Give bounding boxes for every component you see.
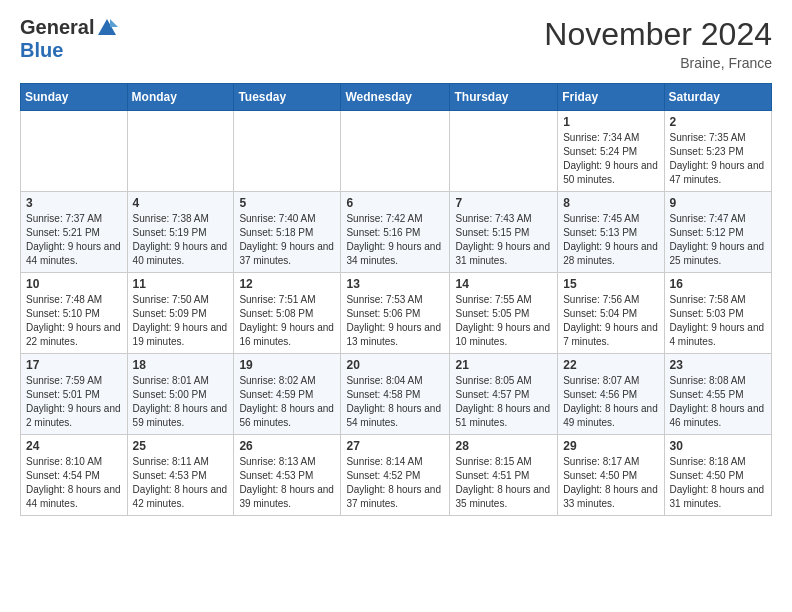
calendar-cell: 17Sunrise: 7:59 AM Sunset: 5:01 PM Dayli…	[21, 354, 128, 435]
day-number: 18	[133, 358, 229, 372]
day-info: Sunrise: 7:37 AM Sunset: 5:21 PM Dayligh…	[26, 212, 122, 268]
day-number: 28	[455, 439, 552, 453]
day-info: Sunrise: 7:45 AM Sunset: 5:13 PM Dayligh…	[563, 212, 658, 268]
day-number: 3	[26, 196, 122, 210]
title-block: November 2024 Braine, France	[544, 16, 772, 71]
day-info: Sunrise: 7:59 AM Sunset: 5:01 PM Dayligh…	[26, 374, 122, 430]
col-thursday: Thursday	[450, 84, 558, 111]
calendar-cell: 3Sunrise: 7:37 AM Sunset: 5:21 PM Daylig…	[21, 192, 128, 273]
day-number: 25	[133, 439, 229, 453]
day-info: Sunrise: 8:17 AM Sunset: 4:50 PM Dayligh…	[563, 455, 658, 511]
day-number: 26	[239, 439, 335, 453]
calendar-cell: 18Sunrise: 8:01 AM Sunset: 5:00 PM Dayli…	[127, 354, 234, 435]
calendar-cell: 4Sunrise: 7:38 AM Sunset: 5:19 PM Daylig…	[127, 192, 234, 273]
day-info: Sunrise: 7:48 AM Sunset: 5:10 PM Dayligh…	[26, 293, 122, 349]
calendar-cell: 20Sunrise: 8:04 AM Sunset: 4:58 PM Dayli…	[341, 354, 450, 435]
calendar-cell: 21Sunrise: 8:05 AM Sunset: 4:57 PM Dayli…	[450, 354, 558, 435]
col-monday: Monday	[127, 84, 234, 111]
day-number: 7	[455, 196, 552, 210]
calendar-cell: 7Sunrise: 7:43 AM Sunset: 5:15 PM Daylig…	[450, 192, 558, 273]
week-row-2: 3Sunrise: 7:37 AM Sunset: 5:21 PM Daylig…	[21, 192, 772, 273]
svg-marker-1	[110, 19, 118, 27]
header: General Blue November 2024 Braine, Franc…	[20, 16, 772, 71]
calendar-cell: 25Sunrise: 8:11 AM Sunset: 4:53 PM Dayli…	[127, 435, 234, 516]
calendar-cell: 14Sunrise: 7:55 AM Sunset: 5:05 PM Dayli…	[450, 273, 558, 354]
day-info: Sunrise: 7:53 AM Sunset: 5:06 PM Dayligh…	[346, 293, 444, 349]
day-info: Sunrise: 7:42 AM Sunset: 5:16 PM Dayligh…	[346, 212, 444, 268]
day-info: Sunrise: 7:35 AM Sunset: 5:23 PM Dayligh…	[670, 131, 766, 187]
calendar-cell: 12Sunrise: 7:51 AM Sunset: 5:08 PM Dayli…	[234, 273, 341, 354]
calendar: Sunday Monday Tuesday Wednesday Thursday…	[20, 83, 772, 516]
day-number: 27	[346, 439, 444, 453]
day-info: Sunrise: 8:18 AM Sunset: 4:50 PM Dayligh…	[670, 455, 766, 511]
day-number: 24	[26, 439, 122, 453]
day-info: Sunrise: 7:38 AM Sunset: 5:19 PM Dayligh…	[133, 212, 229, 268]
day-number: 4	[133, 196, 229, 210]
calendar-cell: 19Sunrise: 8:02 AM Sunset: 4:59 PM Dayli…	[234, 354, 341, 435]
day-number: 9	[670, 196, 766, 210]
day-number: 15	[563, 277, 658, 291]
day-number: 14	[455, 277, 552, 291]
week-row-1: 1Sunrise: 7:34 AM Sunset: 5:24 PM Daylig…	[21, 111, 772, 192]
day-info: Sunrise: 7:50 AM Sunset: 5:09 PM Dayligh…	[133, 293, 229, 349]
day-info: Sunrise: 8:05 AM Sunset: 4:57 PM Dayligh…	[455, 374, 552, 430]
col-saturday: Saturday	[664, 84, 771, 111]
day-info: Sunrise: 7:56 AM Sunset: 5:04 PM Dayligh…	[563, 293, 658, 349]
day-info: Sunrise: 8:15 AM Sunset: 4:51 PM Dayligh…	[455, 455, 552, 511]
calendar-body: 1Sunrise: 7:34 AM Sunset: 5:24 PM Daylig…	[21, 111, 772, 516]
calendar-cell: 15Sunrise: 7:56 AM Sunset: 5:04 PM Dayli…	[558, 273, 664, 354]
day-number: 5	[239, 196, 335, 210]
day-info: Sunrise: 8:04 AM Sunset: 4:58 PM Dayligh…	[346, 374, 444, 430]
day-number: 13	[346, 277, 444, 291]
month-title: November 2024	[544, 16, 772, 53]
page: General Blue November 2024 Braine, Franc…	[0, 0, 792, 532]
day-number: 12	[239, 277, 335, 291]
day-info: Sunrise: 7:47 AM Sunset: 5:12 PM Dayligh…	[670, 212, 766, 268]
day-info: Sunrise: 7:43 AM Sunset: 5:15 PM Dayligh…	[455, 212, 552, 268]
day-number: 11	[133, 277, 229, 291]
day-info: Sunrise: 8:08 AM Sunset: 4:55 PM Dayligh…	[670, 374, 766, 430]
calendar-cell: 23Sunrise: 8:08 AM Sunset: 4:55 PM Dayli…	[664, 354, 771, 435]
day-info: Sunrise: 8:02 AM Sunset: 4:59 PM Dayligh…	[239, 374, 335, 430]
day-number: 22	[563, 358, 658, 372]
calendar-cell: 26Sunrise: 8:13 AM Sunset: 4:53 PM Dayli…	[234, 435, 341, 516]
calendar-cell	[234, 111, 341, 192]
day-number: 6	[346, 196, 444, 210]
day-number: 30	[670, 439, 766, 453]
logo-general-text: General	[20, 16, 94, 39]
calendar-cell: 8Sunrise: 7:45 AM Sunset: 5:13 PM Daylig…	[558, 192, 664, 273]
day-info: Sunrise: 8:10 AM Sunset: 4:54 PM Dayligh…	[26, 455, 122, 511]
calendar-cell: 6Sunrise: 7:42 AM Sunset: 5:16 PM Daylig…	[341, 192, 450, 273]
calendar-cell: 30Sunrise: 8:18 AM Sunset: 4:50 PM Dayli…	[664, 435, 771, 516]
day-info: Sunrise: 8:13 AM Sunset: 4:53 PM Dayligh…	[239, 455, 335, 511]
day-number: 1	[563, 115, 658, 129]
day-number: 8	[563, 196, 658, 210]
calendar-cell: 24Sunrise: 8:10 AM Sunset: 4:54 PM Dayli…	[21, 435, 128, 516]
calendar-cell: 29Sunrise: 8:17 AM Sunset: 4:50 PM Dayli…	[558, 435, 664, 516]
calendar-cell: 2Sunrise: 7:35 AM Sunset: 5:23 PM Daylig…	[664, 111, 771, 192]
logo: General Blue	[20, 16, 118, 62]
col-sunday: Sunday	[21, 84, 128, 111]
calendar-cell	[341, 111, 450, 192]
calendar-cell	[127, 111, 234, 192]
calendar-cell: 9Sunrise: 7:47 AM Sunset: 5:12 PM Daylig…	[664, 192, 771, 273]
week-row-3: 10Sunrise: 7:48 AM Sunset: 5:10 PM Dayli…	[21, 273, 772, 354]
day-info: Sunrise: 7:51 AM Sunset: 5:08 PM Dayligh…	[239, 293, 335, 349]
day-number: 20	[346, 358, 444, 372]
col-wednesday: Wednesday	[341, 84, 450, 111]
logo-icon	[96, 17, 118, 39]
day-info: Sunrise: 7:55 AM Sunset: 5:05 PM Dayligh…	[455, 293, 552, 349]
day-number: 2	[670, 115, 766, 129]
day-info: Sunrise: 8:07 AM Sunset: 4:56 PM Dayligh…	[563, 374, 658, 430]
calendar-cell	[21, 111, 128, 192]
day-info: Sunrise: 7:58 AM Sunset: 5:03 PM Dayligh…	[670, 293, 766, 349]
day-number: 19	[239, 358, 335, 372]
calendar-cell: 16Sunrise: 7:58 AM Sunset: 5:03 PM Dayli…	[664, 273, 771, 354]
week-row-4: 17Sunrise: 7:59 AM Sunset: 5:01 PM Dayli…	[21, 354, 772, 435]
calendar-header-row: Sunday Monday Tuesday Wednesday Thursday…	[21, 84, 772, 111]
calendar-cell: 13Sunrise: 7:53 AM Sunset: 5:06 PM Dayli…	[341, 273, 450, 354]
calendar-cell: 28Sunrise: 8:15 AM Sunset: 4:51 PM Dayli…	[450, 435, 558, 516]
calendar-cell	[450, 111, 558, 192]
calendar-cell: 5Sunrise: 7:40 AM Sunset: 5:18 PM Daylig…	[234, 192, 341, 273]
day-info: Sunrise: 7:34 AM Sunset: 5:24 PM Dayligh…	[563, 131, 658, 187]
